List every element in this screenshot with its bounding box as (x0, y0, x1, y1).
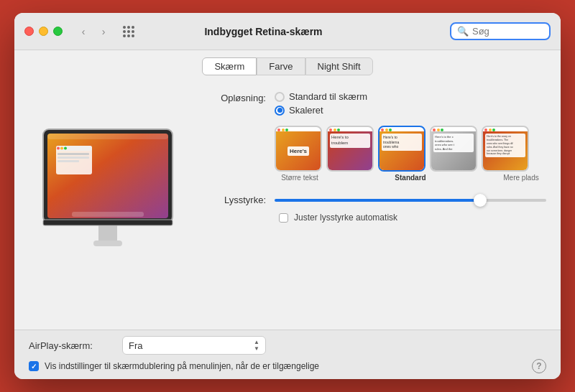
scale-labels-row: Større tekst Standard Mere plads (275, 174, 546, 182)
tabs-bar: Skærm Farve Night Shift (14, 50, 561, 80)
svg-rect-10 (58, 153, 89, 155)
bottom-bar: AirPlay-skærm: Fra ▲▼ Vis indstillinger … (14, 330, 561, 379)
svg-rect-12 (58, 160, 79, 162)
monitor-section (29, 88, 187, 321)
brightness-row: Lysstyrke: (201, 195, 546, 205)
scale-options: Here's Here's totroublem (275, 126, 546, 172)
search-icon: 🔍 (457, 26, 469, 37)
scale-card-5[interactable]: Here's to the crazy ontroublemakers. The… (482, 126, 529, 172)
main-window: ‹ › Indbygget Retina-skærm 🔍 Skærm Farve… (14, 13, 561, 379)
scale-label-left: Større tekst (275, 174, 325, 182)
scale-card-3[interactable]: Here's totroublemaones who (378, 126, 426, 172)
mirroring-label: Vis indstillinger til skærmdublering på … (45, 361, 319, 371)
traffic-lights (24, 27, 63, 36)
maximize-button[interactable] (53, 27, 63, 36)
scale-card-4[interactable]: Here's to the ctroublemakers.ones who se… (430, 126, 477, 172)
svg-rect-11 (58, 157, 89, 159)
monitor-illustration (36, 126, 180, 284)
scale-card-1[interactable]: Here's (275, 126, 322, 172)
scale-card-2[interactable]: Here's totroublem (326, 126, 374, 172)
mirroring-checkbox-row: Vis indstillinger til skærmdublering på … (29, 359, 546, 373)
resolution-standard-label: Standard til skærm (289, 91, 367, 102)
close-button[interactable] (24, 27, 34, 36)
airplay-label: AirPlay-skærm: (29, 340, 115, 351)
resolution-scaled-option[interactable]: Skaleret (275, 105, 367, 116)
tab-night-shift[interactable]: Night Shift (305, 57, 373, 75)
svg-rect-14 (93, 241, 122, 246)
mirroring-checkbox[interactable] (29, 361, 39, 371)
airplay-value: Fra (129, 340, 143, 351)
titlebar: ‹ › Indbygget Retina-skærm 🔍 (14, 13, 561, 50)
brightness-label: Lysstyrke: (201, 195, 266, 205)
help-button[interactable]: ? (532, 359, 546, 373)
minimize-button[interactable] (39, 27, 48, 36)
resolution-row: Opløsning: Standard til skærm Skaleret (201, 91, 546, 116)
resolution-scaled-label: Skaleret (289, 105, 323, 116)
tab-farve[interactable]: Farve (257, 57, 305, 75)
resolution-label: Opløsning: (201, 91, 266, 103)
svg-rect-15 (43, 220, 172, 225)
resolution-standard-option[interactable]: Standard til skærm (275, 91, 367, 102)
svg-rect-3 (72, 212, 144, 217)
settings-section: Opløsning: Standard til skærm Skaleret (201, 88, 546, 321)
svg-point-8 (60, 147, 63, 150)
brightness-slider-container (275, 199, 546, 202)
radio-standard[interactable] (275, 92, 285, 102)
auto-brightness-checkbox[interactable] (279, 213, 288, 223)
brightness-slider-track (275, 199, 546, 202)
auto-brightness-row: Juster lysstyrke automatisk (279, 213, 546, 223)
tab-skaerm[interactable]: Skærm (202, 57, 257, 75)
scale-cards-container: Here's Here's totroublem (275, 123, 546, 182)
airplay-row: AirPlay-skærm: Fra ▲▼ (29, 336, 546, 355)
airplay-arrows-icon: ▲▼ (254, 339, 259, 352)
radio-scaled[interactable] (275, 106, 285, 116)
search-box[interactable]: 🔍 (450, 22, 551, 40)
brightness-slider-thumb[interactable] (474, 194, 487, 207)
airplay-select[interactable]: Fra ▲▼ (122, 336, 266, 355)
search-input[interactable] (472, 26, 544, 37)
content-area: Opløsning: Standard til skærm Skaleret (14, 80, 561, 330)
svg-point-9 (64, 147, 67, 150)
scale-label-center: Standard (325, 174, 496, 182)
scale-label-right: Mere plads (496, 174, 546, 182)
window-title: Indbygget Retina-skærm (84, 26, 443, 37)
auto-brightness-label: Juster lysstyrke automatisk (294, 213, 397, 223)
svg-rect-4 (47, 134, 168, 139)
svg-point-7 (57, 147, 60, 150)
resolution-options: Standard til skærm Skaleret (275, 91, 367, 116)
